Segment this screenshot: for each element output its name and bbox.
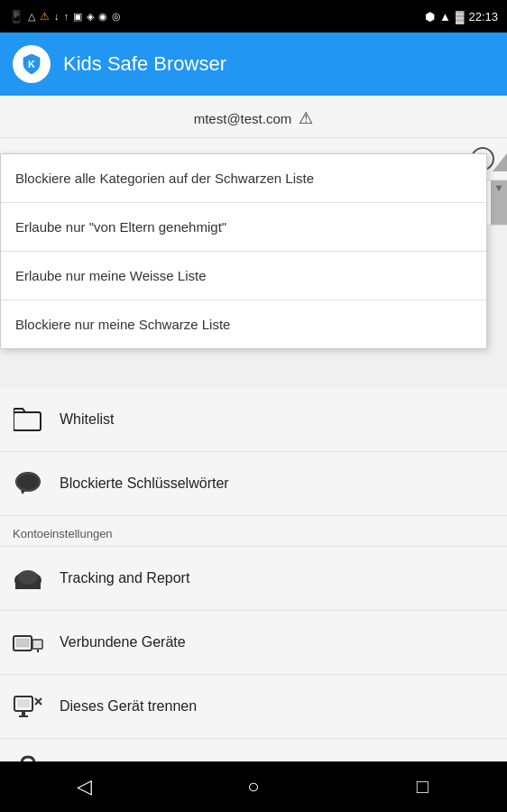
status-icon-warning: ⚠ — [40, 10, 50, 23]
status-icon-n1: ◈ — [87, 11, 94, 23]
status-icon-dl: ↓ — [54, 11, 60, 22]
disconnect-device-item[interactable]: Dieses Gerät trennen — [0, 675, 507, 739]
disconnect-device-label: Dieses Gerät trennen — [60, 698, 197, 715]
folder-icon — [13, 404, 43, 435]
app-bar: K Kids Safe Browser — [0, 32, 507, 96]
svg-rect-17 — [17, 699, 30, 707]
dropdown-item-2[interactable]: Erlaube nur meine Weisse Liste — [1, 252, 486, 300]
dropdown-item-1[interactable]: Erlaube nur "von Eltern genehmigt" — [1, 203, 486, 252]
blocked-keywords-label: Blockierte Schlüsselwörter — [60, 475, 229, 492]
svg-text:K: K — [28, 59, 35, 69]
status-icon-ul: ↑ — [64, 11, 69, 22]
connected-devices-label: Verbundene Geräte — [60, 634, 186, 651]
battery-icon: ▓ — [456, 10, 464, 23]
dropdown-item-3[interactable]: Blockiere nur meine Schwarze Liste — [1, 300, 486, 348]
bluetooth-icon: ⬢ — [425, 10, 435, 23]
svg-rect-1 — [14, 412, 41, 430]
svg-point-5 — [17, 474, 39, 490]
status-icons-right: ⬢ ▲ ▓ 22:13 — [425, 10, 498, 23]
scroll-indicator — [493, 153, 507, 171]
svg-rect-14 — [33, 641, 41, 647]
status-icon-1: 📱 — [9, 10, 23, 23]
chat-icon — [13, 468, 43, 499]
svg-point-10 — [18, 570, 38, 585]
menu-section: Whitelist Blockierte Schlüsselwörter Kon… — [0, 388, 507, 812]
dropdown-item-0[interactable]: Blockiere alle Kategorien auf der Schwar… — [1, 154, 486, 203]
tracking-label: Tracking and Report — [60, 570, 189, 586]
back-button[interactable]: ◁ — [62, 764, 107, 809]
status-icons-left: 📱 △ ⚠ ↓ ↑ ▣ ◈ ◉ ◎ — [9, 10, 121, 23]
blocked-keywords-item[interactable]: Blockierte Schlüsselwörter — [0, 452, 507, 516]
recent-button[interactable]: □ — [400, 764, 445, 809]
svg-rect-12 — [16, 639, 29, 647]
status-bar: 📱 △ ⚠ ↓ ↑ ▣ ◈ ◉ ◎ ⬢ ▲ ▓ 22:13 — [0, 0, 507, 32]
account-section-header: Kontoeinstellungen — [0, 516, 507, 547]
status-icon-sim: ▣ — [73, 11, 82, 23]
filter-dropdown[interactable]: Blockiere alle Kategorien auf der Schwar… — [0, 153, 487, 349]
svg-rect-19 — [19, 715, 28, 717]
app-title: Kids Safe Browser — [63, 52, 226, 76]
wifi-icon: ▲ — [439, 10, 451, 23]
whitelist-item[interactable]: Whitelist — [0, 388, 507, 452]
recent-icon: □ — [417, 775, 429, 798]
status-icon-n2: ◉ — [98, 11, 107, 23]
disconnect-icon — [13, 691, 43, 722]
devices-icon — [13, 627, 43, 658]
tracking-item[interactable]: Tracking and Report — [0, 547, 507, 611]
back-icon: ◁ — [77, 775, 92, 798]
svg-rect-15 — [37, 650, 39, 652]
whitelist-label: Whitelist — [60, 411, 114, 428]
home-button[interactable]: ○ — [231, 764, 276, 809]
shield-logo-icon: K — [20, 52, 43, 76]
cloud-icon — [13, 563, 43, 594]
svg-rect-18 — [22, 712, 25, 715]
home-icon: ○ — [247, 775, 259, 798]
bottom-nav: ◁ ○ □ — [0, 761, 507, 812]
app-logo: K — [13, 45, 51, 83]
email-address: mtest@test.com — [194, 111, 292, 126]
status-icon-2: △ — [28, 11, 35, 23]
time-display: 22:13 — [468, 10, 498, 23]
email-warning-icon: ⚠ — [299, 108, 313, 128]
connected-devices-item[interactable]: Verbundene Geräte — [0, 611, 507, 675]
status-icon-n3: ◎ — [112, 11, 121, 23]
dropdown-arrow-indicator: ▼ — [491, 180, 507, 225]
email-row: mtest@test.com ⚠ — [0, 96, 507, 137]
